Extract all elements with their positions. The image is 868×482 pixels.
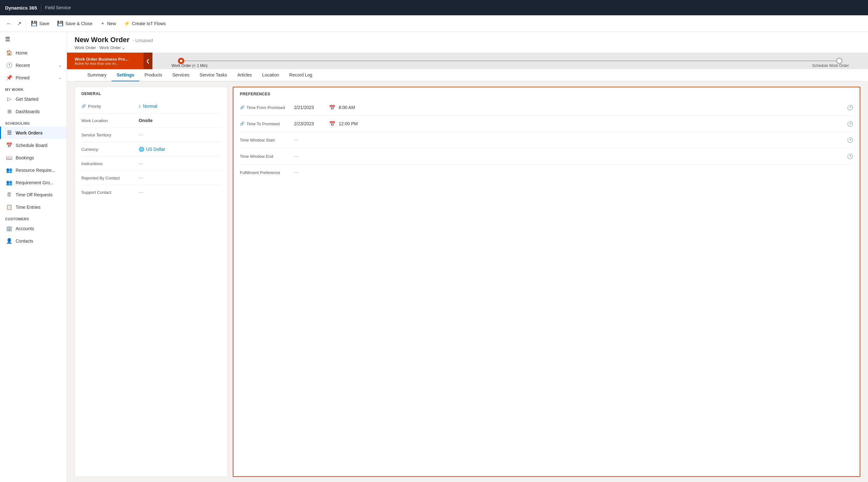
pinned-icon: 📌 [6, 74, 12, 81]
fulfillment-preference-value: --- [294, 170, 853, 175]
customers-section: Customers [0, 213, 67, 222]
save-icon: 💾 [31, 21, 37, 27]
sidebar-item-contacts[interactable]: 👤 Contacts [0, 235, 67, 247]
breadcrumb: Work Order · Work Order ⌄ [74, 45, 860, 50]
stage3-label: Schedule Work Order [812, 63, 849, 68]
sidebar-item-resource-require[interactable]: 👥 Resource Require... [0, 164, 67, 176]
sidebar-item-recent[interactable]: 🕐 Recent ⌄ [0, 59, 67, 71]
save-close-button[interactable]: 💾 Save & Close [53, 19, 96, 28]
priority-value[interactable]: ↕Normal [139, 104, 221, 109]
sidebar-item-time-off-requests[interactable]: 🗓 Time Off Requests [0, 189, 67, 201]
sidebar-item-bookings[interactable]: 📖 Bookings [0, 152, 67, 164]
command-bar: ← ↗ 💾 Save 💾 Save & Close ＋ New ⚡ Create… [0, 15, 868, 32]
sidebar-item-pinned[interactable]: 📌 Pinned ⌄ [0, 71, 67, 84]
tab-summary[interactable]: Summary [82, 69, 112, 81]
breadcrumb-2[interactable]: Work Order ⌄ [99, 45, 126, 50]
sidebar-item-schedule-board[interactable]: 📅 Schedule Board [0, 139, 67, 152]
bookings-icon: 📖 [6, 155, 12, 161]
sidebar-item-dashboards[interactable]: ⊞ Dashboards [0, 105, 67, 118]
reported-by-contact-row: Reported By Contact --- [75, 171, 227, 185]
get-started-icon: ▷ [6, 96, 12, 102]
create-iot-button[interactable]: ⚡ Create IoT Flows [120, 19, 169, 28]
resource-require-icon: 👥 [6, 167, 12, 173]
work-location-row: Work Location Onsite [75, 114, 227, 128]
page-status: - Unsaved [133, 38, 153, 43]
time-window-start-clock-icon[interactable]: 🕐 [847, 137, 853, 143]
sidebar-item-work-orders[interactable]: ☰ Work Orders [0, 127, 67, 139]
schedule-board-icon: 📅 [6, 142, 12, 148]
time-to-calendar-icon[interactable]: 📅 [329, 121, 336, 127]
time-from-promised-row: 🔗 Time From Promised 2/21/2023 📅 8:00 AM… [234, 99, 860, 116]
scheduling-section: Scheduling [0, 118, 67, 127]
preferences-section-title: PREFERENCES [234, 87, 860, 99]
priority-lock-icon: 🔗 [81, 104, 86, 108]
time-from-clock-icon[interactable]: 🕐 [847, 104, 853, 110]
sidebar-item-time-entries[interactable]: 📋 Time Entries [0, 201, 67, 213]
stage1-title: Work Order Business Pro... [74, 57, 136, 62]
my-work-section: My Work [0, 84, 67, 93]
forward-button[interactable]: ↗ [14, 19, 24, 29]
time-from-promised-label: 🔗 Time From Promised [240, 105, 291, 110]
time-from-time: 8:00 AM [339, 105, 844, 110]
time-from-calendar-icon[interactable]: 📅 [329, 104, 336, 110]
tabs-bar: Summary Settings Products Services Servi… [74, 69, 860, 81]
hamburger-button[interactable]: ☰ [0, 32, 67, 46]
fulfillment-preference-label: Fulfillment Preference [240, 170, 291, 175]
progress-stage-1[interactable]: Work Order Business Pro... Active for le… [67, 54, 144, 68]
currency-value[interactable]: 🌐US Dollar [139, 147, 221, 152]
support-contact-row: Support Contact --- [75, 185, 227, 199]
new-icon: ＋ [100, 20, 105, 27]
module-name: Field Service [45, 5, 71, 10]
currency-row: Currency 🌐US Dollar [75, 142, 227, 156]
tab-location[interactable]: Location [257, 69, 284, 81]
requirement-gro-icon: 👥 [6, 180, 12, 186]
tab-products[interactable]: Products [140, 69, 167, 81]
back-button[interactable]: ← [4, 19, 14, 29]
time-window-end-label: Time Window End [240, 154, 291, 159]
time-from-lock-icon: 🔗 [240, 105, 245, 110]
top-bar: Dynamics 365 Field Service [0, 0, 868, 15]
reported-by-label: Reported By Contact [81, 175, 139, 181]
sidebar-item-get-started[interactable]: ▷ Get Started [0, 93, 67, 105]
top-bar-divider [41, 4, 41, 11]
sidebar-item-accounts[interactable]: 🏢 Accounts [0, 222, 67, 235]
reported-by-value: --- [139, 175, 221, 181]
cmd-separator-1 [26, 20, 26, 27]
tab-settings[interactable]: Settings [112, 69, 140, 81]
progress-dot-inactive [836, 58, 842, 64]
sidebar-item-home[interactable]: 🏠 Home [0, 46, 67, 59]
time-window-start-label: Time Window Start [240, 138, 291, 142]
sidebar-item-requirement-gro[interactable]: 👥 Requirement Gro... [0, 176, 67, 189]
form-area: GENERAL 🔗 Priority ↕Normal Work Location… [67, 82, 868, 482]
contacts-icon: 👤 [6, 238, 12, 244]
time-window-end-clock-icon[interactable]: 🕐 [847, 153, 853, 159]
time-to-clock-icon[interactable]: 🕐 [847, 121, 853, 127]
tab-service-tasks[interactable]: Service Tasks [194, 69, 232, 81]
instructions-row: Instructions --- [75, 157, 227, 170]
service-territory-label: Service Territory [81, 133, 139, 137]
save-button[interactable]: 💾 Save [27, 19, 53, 28]
sidebar: ☰ 🏠 Home 🕐 Recent ⌄ 📌 Pinned ⌄ My Work ▷… [0, 32, 67, 482]
fulfillment-preference-row: Fulfillment Preference --- [234, 164, 860, 181]
tab-services[interactable]: Services [167, 69, 194, 81]
time-to-promised-label: 🔗 Time To Promised [240, 122, 291, 126]
priority-row: 🔗 Priority ↕Normal [75, 99, 227, 113]
time-window-start-row: Time Window Start --- 🕐 [234, 132, 860, 148]
progress-chevron-button[interactable]: ❮ [144, 53, 152, 69]
work-location-value: Onsite [139, 118, 221, 123]
time-window-start-value: --- [294, 137, 844, 142]
main-layout: ☰ 🏠 Home 🕐 Recent ⌄ 📌 Pinned ⌄ My Work ▷… [0, 32, 868, 482]
iot-icon: ⚡ [124, 21, 130, 27]
work-orders-icon: ☰ [6, 130, 12, 136]
tab-articles[interactable]: Articles [232, 69, 257, 81]
progress-dot-active [178, 58, 184, 64]
time-entries-icon: 📋 [6, 204, 12, 210]
page-header: New Work Order - Unsaved Work Order · Wo… [67, 32, 868, 82]
breadcrumb-1[interactable]: Work Order [74, 45, 96, 50]
content-area: New Work Order - Unsaved Work Order · Wo… [67, 32, 868, 482]
new-button[interactable]: ＋ New [96, 18, 120, 29]
support-contact-label: Support Contact [81, 190, 139, 195]
progress-track: Work Order (< 1 Min) Schedule Work Order [152, 53, 868, 69]
tab-record-log[interactable]: Record Log [284, 69, 317, 81]
currency-label: Currency [81, 147, 139, 152]
